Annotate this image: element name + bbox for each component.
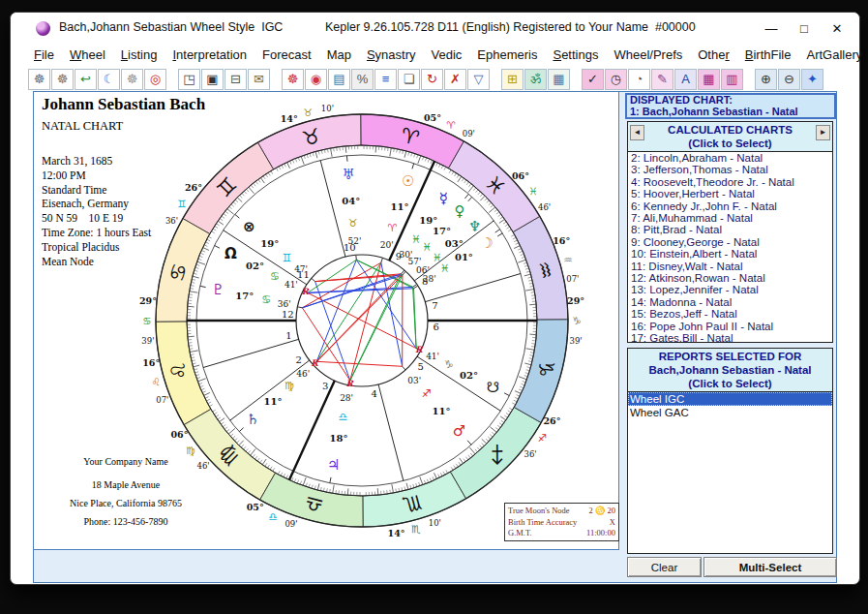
calculated-chart-item[interactable]: 16: Pope John Paul II - Natal: [628, 321, 832, 332]
minimize-button[interactable]: —: [755, 13, 788, 44]
list-icon[interactable]: ≡: [374, 69, 397, 90]
maximize-button[interactable]: □: [788, 13, 821, 44]
report-item[interactable]: Wheel IGC: [628, 392, 832, 406]
calculated-chart-item[interactable]: 14: Madonna - Natal: [628, 296, 832, 308]
svg-text:06°: 06°: [170, 429, 188, 440]
wheel-export-icon[interactable]: ☸: [51, 69, 74, 90]
scroll-right-button[interactable]: ►: [816, 125, 830, 140]
calculated-chart-item[interactable]: 4: Roosevelt,Theodore Jr. - Natal: [628, 176, 832, 188]
calculated-chart-item[interactable]: 13: Lopez,Jennifer - Natal: [628, 284, 832, 295]
svg-text:♂: ♂: [453, 422, 465, 440]
clock-wheel-icon[interactable]: ◔: [628, 69, 650, 90]
day-night-percent-icon[interactable]: %: [351, 69, 374, 90]
svg-text:♆: ♆: [468, 218, 481, 235]
photos-icon[interactable]: ▤: [328, 69, 350, 90]
calculated-chart-item[interactable]: 6: Kennedy Jr.,John F. - Natal: [628, 200, 832, 212]
svg-text:05°: 05°: [424, 112, 441, 123]
svg-text:1: 1: [285, 330, 291, 341]
svg-text:28': 28': [340, 393, 353, 403]
menu-item-wheelprefs[interactable]: Wheel/Prefs: [606, 46, 690, 64]
gift-wheel-icon[interactable]: ⊞: [501, 69, 524, 90]
wheel-solid-icon[interactable]: ☸: [282, 69, 304, 90]
calculated-chart-item[interactable]: 15: Bezos,Jeff - Natal: [628, 308, 832, 320]
svg-text:⊗: ⊗: [243, 218, 255, 235]
menu-item-file[interactable]: File: [26, 46, 62, 64]
wheel-shaded-icon[interactable]: ☸: [121, 69, 143, 90]
document-a-icon[interactable]: A: [674, 69, 697, 90]
notes-icon[interactable]: ✎: [651, 69, 673, 90]
copy-pages-icon[interactable]: ❏: [398, 69, 420, 90]
menu-item-birthfile[interactable]: BirthFile: [737, 46, 799, 64]
app-window: Bach,Johann Sebastian Wheel Style IGC Ke…: [10, 12, 860, 585]
checkbox-icon[interactable]: ✓: [582, 69, 604, 90]
svg-text:♑: ♑: [572, 315, 581, 326]
menu-item-interpretation[interactable]: Interpretation: [165, 46, 254, 64]
wheel-new-icon[interactable]: ☸: [28, 69, 50, 90]
aspects-off-icon[interactable]: ✗: [444, 69, 466, 90]
email-icon[interactable]: ✉: [248, 69, 270, 90]
multi-select-button[interactable]: Multi-Select: [703, 557, 837, 577]
table-icon[interactable]: ▦: [698, 69, 720, 90]
report-item[interactable]: Wheel GAC: [628, 406, 832, 419]
calculated-chart-item[interactable]: 12: Atkinson,Rowan - Natal: [628, 272, 832, 284]
print-icon[interactable]: ⊟: [224, 69, 247, 90]
clock-icon[interactable]: ◷: [605, 69, 627, 90]
calculated-charts-list[interactable]: 2: Lincoln,Abraham - Natal3: Jefferson,T…: [628, 152, 832, 342]
svg-text:46': 46': [538, 202, 551, 212]
menu-item-vedic[interactable]: Vedic: [424, 46, 470, 64]
star-pointer-icon[interactable]: ✦: [801, 69, 823, 90]
app-icon: [36, 21, 50, 36]
svg-text:♋: ♋: [142, 315, 151, 326]
refresh-icon[interactable]: ↻: [421, 69, 443, 90]
calculated-chart-item[interactable]: 3: Jefferson,Thomas - Natal: [628, 164, 832, 175]
window-controls: — □ ✕: [755, 13, 853, 44]
calculated-chart-item[interactable]: 7: Ali,Muhammad - Natal: [628, 212, 832, 224]
calculated-chart-item[interactable]: 8: Pitt,Brad - Natal: [628, 224, 832, 235]
resize-window-icon[interactable]: ◳: [178, 69, 200, 90]
menu-item-settings[interactable]: Settings: [545, 46, 606, 64]
svg-text:♉: ♉: [304, 107, 313, 118]
reports-list[interactable]: Wheel IGCWheel GAC: [628, 392, 832, 551]
clear-button[interactable]: Clear: [627, 557, 702, 577]
save-icon[interactable]: ▣: [201, 69, 224, 90]
menu-item-synastry[interactable]: Synastry: [359, 46, 424, 64]
calculated-chart-item[interactable]: 5: Hoover,Herbert - Natal: [628, 188, 832, 200]
calendar-icon[interactable]: ▦: [548, 69, 570, 90]
close-button[interactable]: ✕: [821, 13, 853, 44]
calculated-chart-item[interactable]: 2: Lincoln,Abraham - Natal: [628, 152, 832, 164]
svg-text:39': 39': [141, 336, 154, 346]
wheel-edit-icon[interactable]: ☾: [98, 69, 120, 90]
filter-icon[interactable]: ▽: [467, 69, 490, 90]
svg-text:36': 36': [278, 299, 291, 309]
wheel-target-icon[interactable]: ◉: [305, 69, 327, 90]
calculated-chart-item[interactable]: 11: Disney,Walt - Natal: [628, 261, 832, 272]
zoom-out-icon[interactable]: ⊖: [778, 69, 800, 90]
svg-text:12: 12: [282, 309, 294, 320]
calculated-chart-item[interactable]: 9: Clooney,George - Natal: [628, 236, 832, 248]
menu-item-listing[interactable]: Listing: [113, 46, 165, 64]
om-icon[interactable]: ॐ: [524, 69, 547, 90]
svg-text:11°: 11°: [433, 406, 451, 416]
calculated-chart-item[interactable]: 17: Gates,Bill - Natal: [628, 332, 832, 342]
menu-item-forecast[interactable]: Forecast: [254, 46, 319, 64]
svg-text:41': 41': [426, 352, 439, 361]
menu-item-wheel[interactable]: Wheel: [62, 46, 113, 64]
preview-icon[interactable]: ▥: [721, 69, 743, 90]
svg-text:7: 7: [432, 300, 437, 311]
menu-item-other[interactable]: Other: [690, 46, 737, 64]
calculated-charts-group: ◄ ► CALCULATED CHARTS (Click to Select) …: [627, 121, 833, 343]
zoom-in-icon[interactable]: ⊕: [755, 69, 777, 90]
calculated-charts-header: ◄ ► CALCULATED CHARTS (Click to Select): [628, 122, 832, 152]
menu-item-artgallery[interactable]: ArtGallery: [798, 46, 868, 64]
node-info-box: True Moon's Node2 ♋ 20Birth Time Accurac…: [504, 503, 619, 541]
calculated-chart-item[interactable]: 10: Einstein,Albert - Natal: [628, 248, 832, 260]
svg-text:26°: 26°: [544, 415, 561, 426]
menu-item-map[interactable]: Map: [319, 46, 359, 64]
wheel-undo-icon[interactable]: ↩: [75, 69, 97, 90]
menu-item-ephemeris[interactable]: Ephemeris: [469, 46, 545, 64]
company-block: Your Company Name18 Maple AvenueNice Pla…: [34, 452, 218, 531]
svg-text:46': 46': [296, 369, 310, 379]
svg-text:05°: 05°: [247, 502, 264, 512]
scroll-left-button[interactable]: ◄: [630, 125, 644, 140]
compass-icon[interactable]: ◎: [144, 69, 166, 90]
